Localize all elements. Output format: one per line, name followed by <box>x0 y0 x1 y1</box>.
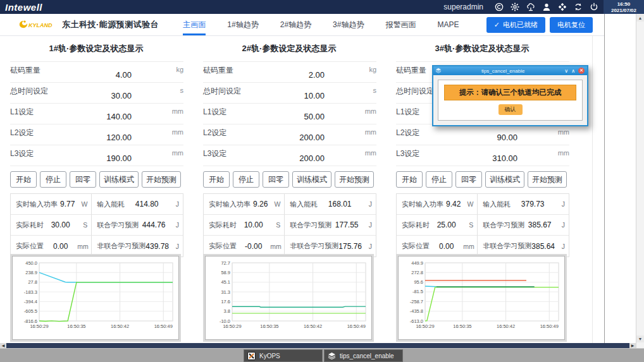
layers-icon[interactable] <box>328 352 336 360</box>
field-l1-value[interactable]: 140.00 <box>34 112 164 121</box>
trend-chart-3: 449.9272.895.6-81.5-258.7-435.8-613.016:… <box>396 254 567 342</box>
field-weight-value[interactable]: 4.00 <box>40 70 164 80</box>
vertical-scrollbar[interactable]: ▲ ▼ <box>636 14 644 348</box>
tab-5[interactable]: MAPE <box>437 14 459 35</box>
field-l3-value[interactable]: 190.00 <box>34 154 164 163</box>
app-nav-bar: KYLAND 东土科技·能源预测试验台 主画面1#轴趋势2#轴趋势3#轴趋势报警… <box>0 14 604 36</box>
tips-dialog-title: tips_cancel_enable <box>442 68 564 74</box>
field-l2-value[interactable]: 90.00 <box>419 133 550 142</box>
field-l2-unit: mm <box>357 128 376 136</box>
field-weight-label: 砝码重量 <box>396 65 426 76</box>
os-taskbar: KyOPS tips_cancel_enable <box>0 348 644 362</box>
kyops-icon[interactable] <box>247 352 256 360</box>
field-weight-value[interactable]: 2.00 <box>233 70 357 80</box>
tab-2[interactable]: 2#轴趋势 <box>280 14 311 35</box>
scroll-down-icon[interactable]: ▼ <box>636 335 644 342</box>
power-icon[interactable] <box>590 3 598 11</box>
start-button[interactable]: 开始 <box>10 171 37 188</box>
field-l3-value[interactable]: 200.00 <box>226 154 357 163</box>
user-icon[interactable] <box>542 3 551 11</box>
dialog-maximize-icon[interactable]: ∧ <box>571 68 575 74</box>
horizontal-scrollbar[interactable]: ◀ ▶ <box>0 343 636 348</box>
zero-button[interactable]: 回零 <box>70 171 96 188</box>
taskbar-item-1[interactable]: tips_cancel_enable <box>324 349 403 362</box>
start-predict-button[interactable]: 开始预测 <box>528 171 567 188</box>
taskbar-item-0[interactable]: KyOPS <box>244 349 323 362</box>
start-button[interactable]: 开始 <box>203 171 230 188</box>
field-l3-label: L3设定 <box>10 148 34 159</box>
field-l2-value[interactable]: 200.00 <box>226 133 357 142</box>
svg-text:-605.5: -605.5 <box>24 308 37 314</box>
motor-ready-button[interactable]: ✓电机已就绪 <box>486 17 545 33</box>
status-input-power: 实时输入功率 9.26 W <box>204 194 285 215</box>
field-row-l3: L3设定 190.00 mm <box>10 145 183 166</box>
status-input-power-value: 9.42 <box>443 200 463 208</box>
field-l3-unit: mm <box>357 149 376 157</box>
start-predict-button[interactable]: 开始预测 <box>335 171 374 188</box>
nav-tabs: 主画面1#轴趋势2#轴趋势3#轴趋势报警画面MAPE <box>183 14 459 35</box>
dialog-minimize-icon[interactable]: ∨ <box>564 68 568 74</box>
confirm-button[interactable]: 确认 <box>498 104 523 115</box>
field-row-l1: L1设定 140.00 mm <box>10 104 183 124</box>
field-l3-label: L3设定 <box>203 148 226 159</box>
stop-button[interactable]: 停止 <box>233 171 259 188</box>
svg-text:17.6: 17.6 <box>221 299 230 305</box>
scroll-right-icon[interactable]: ▶ <box>629 343 636 348</box>
tab-4[interactable]: 报警画面 <box>385 14 416 35</box>
field-weight-label: 砝码重量 <box>203 65 233 76</box>
field-l1-unit: mm <box>164 107 183 115</box>
scroll-left-icon[interactable]: ◀ <box>0 343 6 348</box>
panel-title: 2#轨·参数设定及状态显示 <box>193 36 385 61</box>
cloud-icon[interactable] <box>526 3 535 11</box>
start-predict-button[interactable]: 开始预测 <box>142 171 181 188</box>
field-total-time-value[interactable]: 30.00 <box>48 91 164 100</box>
field-row-l3: L3设定 310.00 mm <box>396 145 569 166</box>
start-button[interactable]: 开始 <box>396 171 423 188</box>
status-input-power: 实时输入功率 9.42 W <box>397 194 478 215</box>
sync-icon[interactable] <box>574 3 583 11</box>
svg-text:16:50:49: 16:50:49 <box>154 323 173 329</box>
status-input-energy: 输入能耗 168.01 J <box>285 194 376 215</box>
status-input-power: 实时输入功率 9.77 W <box>11 194 92 215</box>
field-row-l2: L2设定 120.00 mm <box>10 124 183 145</box>
status-grid: 实时输入功率 9.77 W 输入能耗 414.80 J 实际耗时 30.00 S… <box>10 193 183 257</box>
status-federated-pred-value: 444.76 <box>139 220 169 229</box>
train-mode-button[interactable]: 训练模式 <box>292 171 331 188</box>
tips-dialog-titlebar[interactable]: tips_cancel_enable ∨ ∧ ✕ <box>433 66 587 75</box>
scroll-up-icon[interactable]: ▲ <box>636 15 644 21</box>
field-row-l2: L2设定 90.00 mm <box>396 124 569 145</box>
layers-icon <box>435 68 442 74</box>
clock-date: 2021/07/02 <box>604 8 644 14</box>
copyright-icon[interactable] <box>495 3 504 11</box>
train-mode-button[interactable]: 训练模式 <box>99 171 139 188</box>
status-grid: 实时输入功率 9.26 W 输入能耗 168.01 J 实际耗时 10.00 S… <box>203 193 376 257</box>
horizontal-scroll-thumb[interactable] <box>6 343 629 348</box>
dialog-close-icon[interactable]: ✕ <box>578 68 585 74</box>
field-total-time-value[interactable]: 10.00 <box>241 91 357 100</box>
gear-icon[interactable] <box>511 3 519 11</box>
field-l2-value[interactable]: 120.00 <box>34 133 164 142</box>
status-input-energy: 输入能耗 379.73 J <box>478 194 569 215</box>
motor-reset-button[interactable]: 电机复位 <box>550 17 593 33</box>
field-total-time-label: 总时间设定 <box>396 86 434 97</box>
zero-button[interactable]: 回零 <box>263 171 289 188</box>
status-federated-pred: 联合学习预测 444.76 J <box>92 215 183 236</box>
train-mode-button[interactable]: 训练模式 <box>485 171 524 188</box>
field-weight-unit: kg <box>164 66 183 73</box>
kyland-logo: KYLAND <box>16 18 57 32</box>
zero-button[interactable]: 回零 <box>455 171 482 188</box>
tab-0[interactable]: 主画面 <box>183 14 206 35</box>
apps-icon[interactable] <box>558 3 567 11</box>
field-l3-value[interactable]: 310.00 <box>419 154 550 163</box>
panel-title: 3#轨·参数设定及状态显示 <box>386 36 578 61</box>
os-top-bar: Intewell superadmin 16:50 2021/07/02 <box>0 0 644 14</box>
tab-1[interactable]: 1#轴趋势 <box>227 14 258 35</box>
desktop: Intewell superadmin 16:50 2021/07/02 KYL… <box>0 0 644 362</box>
tips-message: 提示：请确认三个轨道均已完成 <box>444 85 576 100</box>
stop-button[interactable]: 停止 <box>426 171 452 188</box>
tab-3[interactable]: 3#轴趋势 <box>333 14 364 35</box>
stop-button[interactable]: 停止 <box>40 171 66 188</box>
svg-text:16:50:49: 16:50:49 <box>540 323 559 329</box>
status-elapsed-value: 25.00 <box>430 220 463 229</box>
field-l1-value[interactable]: 50.00 <box>226 112 357 121</box>
